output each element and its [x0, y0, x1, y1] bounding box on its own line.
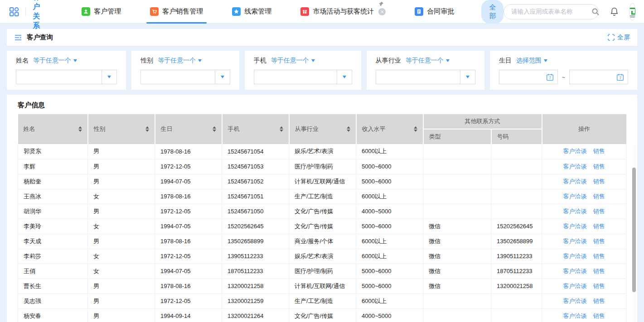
table-row: 李辉男1972-12-0515245671053医疗/护理/制药5000~600…: [18, 159, 626, 174]
birthday-start-input[interactable]: 7: [499, 70, 558, 84]
customer-negotiation-link[interactable]: 客户洽谈: [563, 312, 587, 319]
cell-actions: 客户洽谈销售: [542, 159, 626, 174]
col-header-name[interactable]: 姓名: [18, 114, 88, 144]
select-arrow-icon[interactable]: [337, 70, 352, 84]
tab-leads-management[interactable]: 线索管理: [226, 0, 278, 24]
tab-customer-management[interactable]: 客户管理: [75, 0, 127, 24]
scrollbar-thumb[interactable]: [632, 168, 636, 292]
mobile-filter-select[interactable]: [254, 70, 352, 84]
select-arrow-icon[interactable]: [460, 70, 475, 84]
collapse-filters-icon[interactable]: [14, 34, 22, 41]
cell-industry: 文化/广告/传媒: [289, 308, 356, 322]
cell-contact_number: 15202562645: [491, 219, 542, 234]
close-tab-icon[interactable]: ✕: [378, 8, 386, 15]
calendar-icon[interactable]: 7: [616, 73, 624, 81]
sort-icon[interactable]: [213, 126, 216, 132]
customer-negotiation-link[interactable]: 客户洽谈: [563, 208, 587, 215]
cell-name: 王燕冰: [18, 189, 88, 204]
tab-contract-approval[interactable]: 合同审批: [408, 0, 460, 24]
table-row: 胡润华男1972-12-0515245671050文化/广告/传媒4000~50…: [18, 204, 626, 219]
customer-negotiation-link[interactable]: 客户洽谈: [563, 178, 587, 185]
cell-income: 5000~6000: [356, 159, 423, 174]
tab-customer-sales-management[interactable]: 客户销售管理: [144, 0, 209, 24]
sort-icon[interactable]: [347, 126, 350, 132]
operator-dropdown[interactable]: 等于任意一个: [33, 57, 77, 65]
cell-industry: 计算机/互联网/通信: [289, 174, 356, 189]
sort-icon[interactable]: [280, 126, 283, 132]
cell-contact_number: [491, 159, 542, 174]
customer-negotiation-link[interactable]: 客户洽谈: [563, 298, 587, 304]
cell-income: 5000~6000: [356, 174, 423, 189]
all-apps-button[interactable]: 全部: [481, 0, 504, 24]
sort-icon[interactable]: [145, 126, 149, 132]
operator-dropdown[interactable]: 等于任意一个: [271, 57, 315, 65]
sales-link[interactable]: 销售: [593, 238, 605, 245]
cell-income: 6000以上: [356, 293, 423, 308]
customer-negotiation-link[interactable]: 客户洽谈: [563, 193, 587, 200]
customer-negotiation-link[interactable]: 客户洽谈: [563, 148, 587, 154]
sort-icon[interactable]: [414, 126, 417, 132]
search-icon[interactable]: [591, 8, 600, 16]
sales-link[interactable]: 销售: [593, 298, 605, 304]
cell-contact_type: [423, 144, 491, 159]
col-header-income[interactable]: 收入水平: [356, 114, 423, 144]
tab-market-activity-stats[interactable]: 市场活动与获客统计 ✕: [294, 0, 392, 24]
fullscreen-button[interactable]: 全屏: [608, 34, 630, 42]
calendar-icon[interactable]: 7: [546, 73, 554, 81]
company-logo[interactable]: [629, 3, 636, 20]
col-header-birthday[interactable]: 生日: [155, 114, 222, 144]
industry-filter-select[interactable]: [376, 70, 475, 84]
search-input[interactable]: [511, 8, 591, 15]
cell-contact_type: [423, 293, 491, 308]
operator-dropdown[interactable]: 等于任意一个: [406, 57, 450, 65]
page-title: 客户查询: [27, 33, 53, 42]
cell-actions: 客户洽谈销售: [542, 234, 626, 249]
global-search[interactable]: [504, 4, 599, 19]
customer-negotiation-link[interactable]: 客户洽谈: [563, 223, 587, 230]
svg-text:7: 7: [619, 75, 621, 80]
cell-industry: 计算机/互联网/通信: [289, 279, 356, 293]
customer-negotiation-link[interactable]: 客户洽谈: [563, 253, 587, 260]
gender-filter-select[interactable]: [140, 70, 230, 84]
chevron-down-icon: [446, 59, 450, 62]
customer-negotiation-link[interactable]: 客户洽谈: [563, 268, 587, 274]
select-arrow-icon[interactable]: [215, 70, 230, 84]
cell-mobile: 13502658899: [222, 234, 289, 249]
sales-link[interactable]: 销售: [593, 223, 605, 230]
name-filter-select[interactable]: [16, 70, 117, 84]
sales-link[interactable]: 销售: [593, 208, 605, 215]
table-title: 客户信息: [18, 101, 626, 110]
cell-contact_number: 13502658899: [491, 234, 542, 249]
sales-link[interactable]: 销售: [593, 283, 605, 289]
sort-icon[interactable]: [78, 126, 82, 132]
col-header-gender[interactable]: 性别: [88, 114, 155, 144]
workspace-title[interactable]: 客户关系: [33, 0, 44, 31]
filter-label: 从事行业: [376, 57, 401, 65]
notifications-bell-icon[interactable]: [610, 7, 619, 16]
sales-link[interactable]: 销售: [593, 193, 605, 200]
customer-negotiation-link[interactable]: 客户洽谈: [563, 238, 587, 245]
filter-birthday: 生日 选择范围 7 ~ 7: [490, 51, 637, 90]
cell-contact_type: 微信: [423, 249, 491, 264]
customer-negotiation-link[interactable]: 客户洽谈: [563, 283, 587, 289]
sales-link[interactable]: 销售: [593, 253, 605, 260]
table-row: 李天成男1978-08-1613502658899商业/服务/个体6000以上微…: [18, 234, 626, 249]
cell-contact_type: 微信: [423, 279, 491, 293]
sales-link[interactable]: 销售: [593, 312, 605, 319]
sales-link[interactable]: 销售: [593, 148, 605, 154]
col-header-mobile[interactable]: 手机: [222, 114, 289, 144]
filter-label: 生日: [499, 57, 512, 65]
cell-birthday: 1994-07-05: [155, 174, 222, 189]
customer-negotiation-link[interactable]: 客户洽谈: [563, 163, 587, 170]
filter-label: 手机: [254, 57, 266, 65]
select-arrow-icon[interactable]: [102, 70, 116, 84]
operator-dropdown[interactable]: 等于任意一个: [158, 57, 202, 65]
col-header-industry[interactable]: 从事行业: [289, 114, 356, 144]
sales-link[interactable]: 销售: [593, 268, 605, 274]
app-launcher-icon[interactable]: [9, 7, 19, 17]
operator-dropdown[interactable]: 选择范围: [516, 57, 547, 65]
sales-link[interactable]: 销售: [593, 178, 605, 185]
sales-link[interactable]: 销售: [593, 163, 605, 170]
cell-name: 李莉莎: [18, 249, 88, 264]
birthday-end-input[interactable]: 7: [569, 70, 628, 84]
